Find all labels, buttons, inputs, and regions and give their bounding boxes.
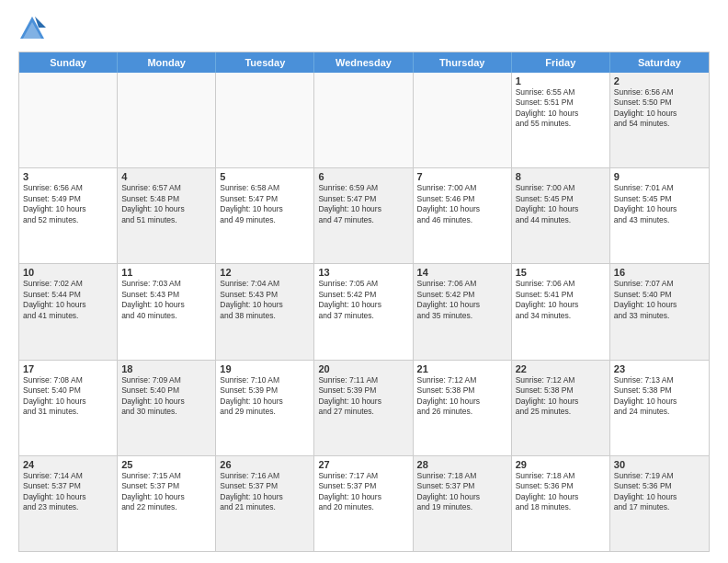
day-info: Sunrise: 7:09 AM Sunset: 5:40 PM Dayligh… xyxy=(121,375,185,416)
day-info: Sunrise: 7:19 AM Sunset: 5:36 PM Dayligh… xyxy=(614,471,677,511)
calendar-cell-30: 30Sunrise: 7:19 AM Sunset: 5:36 PM Dayli… xyxy=(610,456,709,551)
calendar-cell-empty-4 xyxy=(414,73,512,167)
day-number: 13 xyxy=(318,267,408,278)
day-number: 5 xyxy=(220,171,310,182)
day-number: 18 xyxy=(121,363,211,374)
calendar-cell-2: 2Sunrise: 6:56 AM Sunset: 5:50 PM Daylig… xyxy=(610,73,709,167)
day-info: Sunrise: 7:18 AM Sunset: 5:37 PM Dayligh… xyxy=(417,471,481,511)
day-info: Sunrise: 7:04 AM Sunset: 5:43 PM Dayligh… xyxy=(220,279,283,319)
calendar-cell-5: 5Sunrise: 6:58 AM Sunset: 5:47 PM Daylig… xyxy=(216,168,314,263)
calendar-cell-21: 21Sunrise: 7:12 AM Sunset: 5:38 PM Dayli… xyxy=(414,361,512,455)
calendar-cell-25: 25Sunrise: 7:15 AM Sunset: 5:37 PM Dayli… xyxy=(118,456,216,551)
day-number: 14 xyxy=(417,267,507,278)
calendar-cell-12: 12Sunrise: 7:04 AM Sunset: 5:43 PM Dayli… xyxy=(216,264,314,359)
calendar-cell-empty-3 xyxy=(314,73,413,167)
calendar-cell-10: 10Sunrise: 7:02 AM Sunset: 5:44 PM Dayli… xyxy=(19,264,118,359)
day-number: 25 xyxy=(121,459,211,470)
calendar-cell-7: 7Sunrise: 7:00 AM Sunset: 5:46 PM Daylig… xyxy=(414,168,512,263)
calendar-cell-16: 16Sunrise: 7:07 AM Sunset: 5:40 PM Dayli… xyxy=(610,264,709,359)
calendar-cell-27: 27Sunrise: 7:17 AM Sunset: 5:37 PM Dayli… xyxy=(314,456,413,551)
day-info: Sunrise: 6:59 AM Sunset: 5:47 PM Dayligh… xyxy=(318,183,381,224)
day-number: 9 xyxy=(614,171,705,182)
calendar-row-1: 1Sunrise: 6:55 AM Sunset: 5:51 PM Daylig… xyxy=(19,73,709,167)
day-info: Sunrise: 7:07 AM Sunset: 5:40 PM Dayligh… xyxy=(614,279,677,319)
day-info: Sunrise: 7:14 AM Sunset: 5:37 PM Dayligh… xyxy=(23,471,86,511)
day-number: 27 xyxy=(318,459,408,470)
day-number: 24 xyxy=(23,459,113,470)
day-info: Sunrise: 7:13 AM Sunset: 5:38 PM Dayligh… xyxy=(614,375,677,416)
calendar-cell-13: 13Sunrise: 7:05 AM Sunset: 5:42 PM Dayli… xyxy=(314,264,413,359)
day-info: Sunrise: 7:06 AM Sunset: 5:41 PM Dayligh… xyxy=(516,279,579,319)
logo xyxy=(18,15,50,42)
day-info: Sunrise: 7:12 AM Sunset: 5:38 PM Dayligh… xyxy=(417,375,481,416)
day-number: 11 xyxy=(121,267,211,278)
day-number: 15 xyxy=(516,267,606,278)
day-info: Sunrise: 6:55 AM Sunset: 5:51 PM Dayligh… xyxy=(516,87,579,128)
header-day-monday: Monday xyxy=(118,52,216,73)
calendar-row-2: 3Sunrise: 6:56 AM Sunset: 5:49 PM Daylig… xyxy=(19,167,709,263)
calendar-cell-empty-2 xyxy=(216,73,314,167)
calendar-cell-26: 26Sunrise: 7:16 AM Sunset: 5:37 PM Dayli… xyxy=(216,456,314,551)
calendar-cell-19: 19Sunrise: 7:10 AM Sunset: 5:39 PM Dayli… xyxy=(216,361,314,455)
day-number: 22 xyxy=(516,363,606,374)
calendar: SundayMondayTuesdayWednesdayThursdayFrid… xyxy=(18,52,710,552)
day-info: Sunrise: 7:01 AM Sunset: 5:45 PM Dayligh… xyxy=(614,183,677,224)
day-info: Sunrise: 7:00 AM Sunset: 5:45 PM Dayligh… xyxy=(516,183,579,224)
calendar-cell-1: 1Sunrise: 6:55 AM Sunset: 5:51 PM Daylig… xyxy=(512,73,610,167)
calendar-cell-9: 9Sunrise: 7:01 AM Sunset: 5:45 PM Daylig… xyxy=(610,168,709,263)
calendar-cell-23: 23Sunrise: 7:13 AM Sunset: 5:38 PM Dayli… xyxy=(610,361,709,455)
header-day-friday: Friday xyxy=(512,52,610,73)
calendar-cell-4: 4Sunrise: 6:57 AM Sunset: 5:48 PM Daylig… xyxy=(118,168,216,263)
calendar-cell-24: 24Sunrise: 7:14 AM Sunset: 5:37 PM Dayli… xyxy=(19,456,118,551)
calendar-header: SundayMondayTuesdayWednesdayThursdayFrid… xyxy=(19,52,709,73)
calendar-cell-empty-1 xyxy=(118,73,216,167)
day-number: 10 xyxy=(23,267,113,278)
day-info: Sunrise: 6:56 AM Sunset: 5:50 PM Dayligh… xyxy=(614,87,677,128)
day-number: 28 xyxy=(417,459,507,470)
header xyxy=(18,15,710,42)
day-info: Sunrise: 7:10 AM Sunset: 5:39 PM Dayligh… xyxy=(220,375,283,416)
calendar-row-5: 24Sunrise: 7:14 AM Sunset: 5:37 PM Dayli… xyxy=(19,455,709,551)
day-info: Sunrise: 6:58 AM Sunset: 5:47 PM Dayligh… xyxy=(220,183,283,224)
day-info: Sunrise: 6:56 AM Sunset: 5:49 PM Dayligh… xyxy=(23,183,86,224)
header-day-saturday: Saturday xyxy=(610,52,709,73)
day-info: Sunrise: 7:05 AM Sunset: 5:42 PM Dayligh… xyxy=(318,279,381,319)
day-number: 8 xyxy=(516,171,606,182)
calendar-row-4: 17Sunrise: 7:08 AM Sunset: 5:40 PM Dayli… xyxy=(19,360,709,455)
calendar-cell-14: 14Sunrise: 7:06 AM Sunset: 5:42 PM Dayli… xyxy=(414,264,512,359)
day-info: Sunrise: 7:16 AM Sunset: 5:37 PM Dayligh… xyxy=(220,471,283,511)
calendar-cell-29: 29Sunrise: 7:18 AM Sunset: 5:36 PM Dayli… xyxy=(512,456,610,551)
header-day-thursday: Thursday xyxy=(414,52,512,73)
calendar-cell-28: 28Sunrise: 7:18 AM Sunset: 5:37 PM Dayli… xyxy=(414,456,512,551)
day-number: 1 xyxy=(516,75,606,86)
header-day-wednesday: Wednesday xyxy=(314,52,413,73)
calendar-cell-6: 6Sunrise: 6:59 AM Sunset: 5:47 PM Daylig… xyxy=(314,168,413,263)
day-number: 19 xyxy=(220,363,310,374)
day-number: 29 xyxy=(516,459,606,470)
calendar-cell-11: 11Sunrise: 7:03 AM Sunset: 5:43 PM Dayli… xyxy=(118,264,216,359)
day-info: Sunrise: 6:57 AM Sunset: 5:48 PM Dayligh… xyxy=(121,183,185,224)
day-info: Sunrise: 7:06 AM Sunset: 5:42 PM Dayligh… xyxy=(417,279,481,319)
calendar-cell-18: 18Sunrise: 7:09 AM Sunset: 5:40 PM Dayli… xyxy=(118,361,216,455)
day-number: 12 xyxy=(220,267,310,278)
day-info: Sunrise: 7:18 AM Sunset: 5:36 PM Dayligh… xyxy=(516,471,579,511)
page: SundayMondayTuesdayWednesdayThursdayFrid… xyxy=(0,0,728,563)
calendar-cell-3: 3Sunrise: 6:56 AM Sunset: 5:49 PM Daylig… xyxy=(19,168,118,263)
day-info: Sunrise: 7:03 AM Sunset: 5:43 PM Dayligh… xyxy=(121,279,185,319)
day-number: 26 xyxy=(220,459,310,470)
calendar-cell-17: 17Sunrise: 7:08 AM Sunset: 5:40 PM Dayli… xyxy=(19,361,118,455)
day-number: 30 xyxy=(614,459,705,470)
day-number: 20 xyxy=(318,363,408,374)
day-info: Sunrise: 7:12 AM Sunset: 5:38 PM Dayligh… xyxy=(516,375,579,416)
day-number: 4 xyxy=(121,171,211,182)
calendar-cell-22: 22Sunrise: 7:12 AM Sunset: 5:38 PM Dayli… xyxy=(512,361,610,455)
day-number: 2 xyxy=(614,75,705,86)
day-number: 3 xyxy=(23,171,113,182)
day-number: 23 xyxy=(614,363,705,374)
day-info: Sunrise: 7:15 AM Sunset: 5:37 PM Dayligh… xyxy=(121,471,185,511)
day-info: Sunrise: 7:17 AM Sunset: 5:37 PM Dayligh… xyxy=(318,471,381,511)
header-day-sunday: Sunday xyxy=(19,52,118,73)
day-info: Sunrise: 7:02 AM Sunset: 5:44 PM Dayligh… xyxy=(23,279,86,319)
calendar-body: 1Sunrise: 6:55 AM Sunset: 5:51 PM Daylig… xyxy=(19,73,709,551)
calendar-cell-20: 20Sunrise: 7:11 AM Sunset: 5:39 PM Dayli… xyxy=(314,361,413,455)
